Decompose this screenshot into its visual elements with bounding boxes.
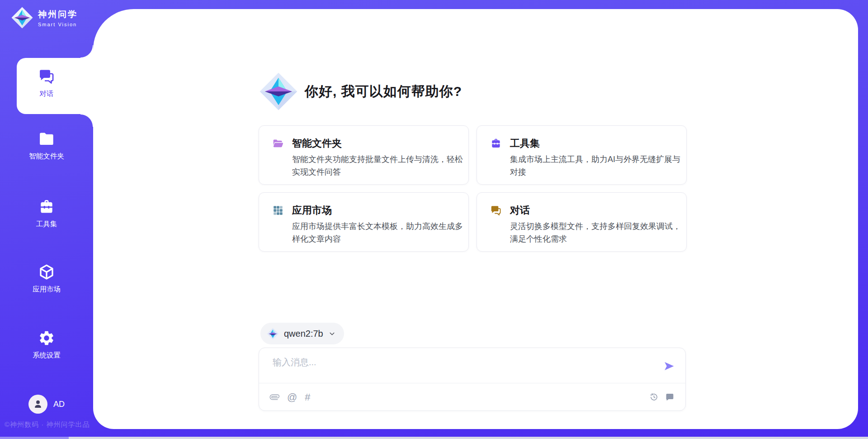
chat-icon	[38, 68, 55, 85]
tab-curve-bottom	[80, 114, 93, 127]
sidebar-item-app-market[interactable]: 应用市场	[0, 263, 93, 294]
card-title: 对话	[510, 204, 530, 217]
model-name: qwen2:7b	[284, 329, 323, 339]
card-description: 智能文件夹功能支持批量文件上传与清洗，轻松实现文件问答	[292, 153, 465, 179]
brand-diamond-icon	[267, 328, 279, 340]
chat-icon	[490, 205, 502, 216]
card-title: 智能文件夹	[292, 137, 342, 150]
card-app-market[interactable]: 应用市场 应用市场提供丰富长文本模板，助力高效生成多样化文章内容	[259, 192, 469, 252]
message-input[interactable]	[273, 356, 648, 379]
model-selector[interactable]: qwen2:7b	[260, 323, 344, 344]
tab-curve-top	[80, 45, 93, 58]
message-icon[interactable]	[665, 392, 675, 402]
hashtag-icon[interactable]: #	[305, 392, 310, 402]
sidebar-item-chat[interactable]: 对话	[0, 68, 93, 99]
grid-icon	[272, 205, 284, 216]
sidebar-item-smart-folder[interactable]: 智能文件夹	[0, 130, 93, 161]
attachment-icon[interactable]	[270, 392, 279, 402]
card-chat[interactable]: 对话 灵活切换多模型文件，支持多样回复效果调试，满足个性化需求	[476, 192, 687, 252]
brand-diamond-icon	[11, 6, 33, 29]
card-title: 工具集	[510, 137, 540, 150]
toolbox-icon	[38, 198, 55, 215]
mention-icon[interactable]: @	[287, 392, 297, 402]
card-smart-folder[interactable]: 智能文件夹 智能文件夹功能支持批量文件上传与清洗，轻松实现文件问答	[259, 125, 469, 185]
card-description: 集成市场上主流工具，助力AI与外界无缝扩展与对接	[510, 153, 683, 179]
app-logo: 神州问学 Smart Vision	[11, 6, 78, 29]
card-description: 应用市场提供丰富长文本模板，助力高效生成多样化文章内容	[292, 220, 465, 246]
scrollbar-thumb[interactable]	[0, 437, 69, 439]
sidebar-item-toolset[interactable]: 工具集	[0, 198, 93, 229]
cube-icon	[38, 263, 55, 281]
avatar	[28, 395, 47, 414]
toolbox-icon	[490, 138, 502, 149]
composer-toolbar: @ #	[259, 383, 685, 410]
card-title: 应用市场	[292, 204, 332, 217]
card-description: 灵活切换多模型文件，支持多样回复效果调试，满足个性化需求	[510, 220, 683, 246]
sidebar-item-label: 工具集	[36, 220, 57, 229]
gear-icon	[38, 329, 55, 347]
open-folder-icon	[272, 138, 284, 149]
card-toolset[interactable]: 工具集 集成市场上主流工具，助力AI与外界无缝扩展与对接	[476, 125, 687, 185]
brand-diamond-icon	[259, 72, 298, 111]
sidebar-item-label: 智能文件夹	[29, 152, 64, 161]
chevron-down-icon	[328, 330, 336, 338]
main-content-panel: 你好, 我可以如何帮助你? 智能文件夹 智能文件夹功能支持批量文件上传与清洗，轻…	[93, 9, 858, 429]
horizontal-scrollbar[interactable]	[0, 437, 868, 439]
send-icon[interactable]	[663, 360, 675, 372]
app-subtitle: Smart Vision	[38, 22, 78, 27]
greeting-title: 你好, 我可以如何帮助你?	[305, 82, 462, 101]
folder-icon	[38, 130, 55, 148]
sidebar-item-settings[interactable]: 系统设置	[0, 329, 93, 360]
feature-cards: 智能文件夹 智能文件夹功能支持批量文件上传与清洗，轻松实现文件问答 工具集 集成…	[259, 125, 687, 252]
sidebar-item-label: 系统设置	[33, 351, 61, 360]
user-profile[interactable]: AD	[0, 395, 93, 414]
app-name: 神州问学	[38, 9, 78, 20]
message-composer: @ #	[259, 348, 686, 411]
user-name: AD	[53, 400, 65, 409]
sidebar: 神州问学 Smart Vision 对话 智能文件夹 工具集 应用市场	[0, 0, 93, 439]
greeting-block: 你好, 我可以如何帮助你?	[259, 72, 462, 111]
sidebar-item-label: 对话	[40, 89, 54, 99]
sidebar-item-label: 应用市场	[33, 285, 61, 294]
copyright-footer: ©神州数码 · 神州问学出品	[5, 420, 90, 429]
user-icon	[32, 398, 44, 410]
history-icon[interactable]	[649, 392, 659, 402]
